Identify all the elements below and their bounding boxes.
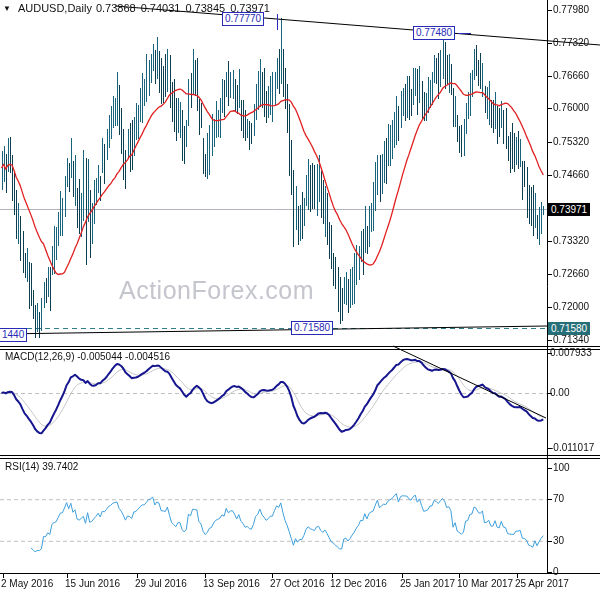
rsi-value: 39.7402 bbox=[42, 461, 78, 472]
price-axis-label: 0.76000 bbox=[553, 102, 589, 113]
ohlc-low-value: 0.73845 bbox=[185, 2, 225, 14]
price-axis-label: 0.73320 bbox=[553, 235, 589, 246]
support-price-annotation[interactable]: 0.71580 bbox=[291, 321, 333, 335]
date-axis-label: 25 Apr 2017 bbox=[515, 578, 569, 589]
symbol-timeframe-label: AUDUSD,Daily bbox=[18, 2, 92, 14]
price-axis-label: 0.71340 bbox=[553, 334, 589, 345]
date-axis-label: 29 Jul 2016 bbox=[135, 578, 187, 589]
price-axis-label: 0.72000 bbox=[553, 301, 589, 312]
date-axis-label: 15 Jun 2016 bbox=[65, 578, 120, 589]
ohlc-open-value: 0.73868 bbox=[96, 2, 136, 14]
macd-indicator-label: MACD(12,26,9) -0.005044 -0.004516 bbox=[5, 351, 170, 362]
date-axis-label: 27 Oct 2016 bbox=[270, 578, 324, 589]
support-price-axis-flag: 0.71580 bbox=[548, 322, 590, 335]
ohlc-high-value: 0.74031 bbox=[141, 2, 181, 14]
left-line-annotation[interactable]: 1440 bbox=[0, 328, 27, 342]
rsi-indicator-label: RSI(14) 39.7402 bbox=[5, 461, 78, 472]
date-axis-label: 25 Jan 2017 bbox=[400, 578, 455, 589]
symbol-dropdown-icon[interactable]: ▼ bbox=[3, 4, 11, 13]
rsi-axis-label: 0 bbox=[553, 566, 559, 577]
price-axis-label: 0.72660 bbox=[553, 268, 589, 279]
date-axis-label: 2 May 2016 bbox=[1, 578, 53, 589]
current-price-axis-flag: 0.73971 bbox=[548, 203, 590, 216]
date-axis-label: 10 Mar 2017 bbox=[457, 578, 513, 589]
price-axis-label: 0.77980 bbox=[553, 4, 589, 15]
date-axis-label: 12 Dec 2016 bbox=[330, 578, 387, 589]
macd-axis-label: -0.011017 bbox=[550, 442, 594, 453]
date-axis-label: 13 Sep 2016 bbox=[203, 578, 260, 589]
macd-axis-label: 0.007933 bbox=[550, 347, 592, 358]
price-axis-label: 0.74660 bbox=[553, 169, 589, 180]
macd-value-2: -0.004516 bbox=[125, 351, 170, 362]
trading-chart-window: ▼ AUDUSD,Daily 0.73868 0.74031 0.73845 0… bbox=[0, 0, 600, 600]
peak1-price-annotation[interactable]: 0.77770 bbox=[222, 12, 264, 26]
price-axis-label: 0.75320 bbox=[553, 136, 589, 147]
rsi-axis-label: 100 bbox=[553, 462, 570, 473]
peak2-price-annotation[interactable]: 0.77480 bbox=[413, 26, 455, 40]
price-axis-label: 0.76660 bbox=[553, 70, 589, 81]
rsi-axis-label: 70 bbox=[553, 493, 564, 504]
macd-value-1: -0.005044 bbox=[77, 351, 122, 362]
price-axis-label: 0.77320 bbox=[553, 37, 589, 48]
rsi-axis-label: 30 bbox=[553, 535, 564, 546]
macd-axis-label: 0.00 bbox=[550, 387, 569, 398]
watermark: ActionForex.com bbox=[119, 276, 314, 305]
